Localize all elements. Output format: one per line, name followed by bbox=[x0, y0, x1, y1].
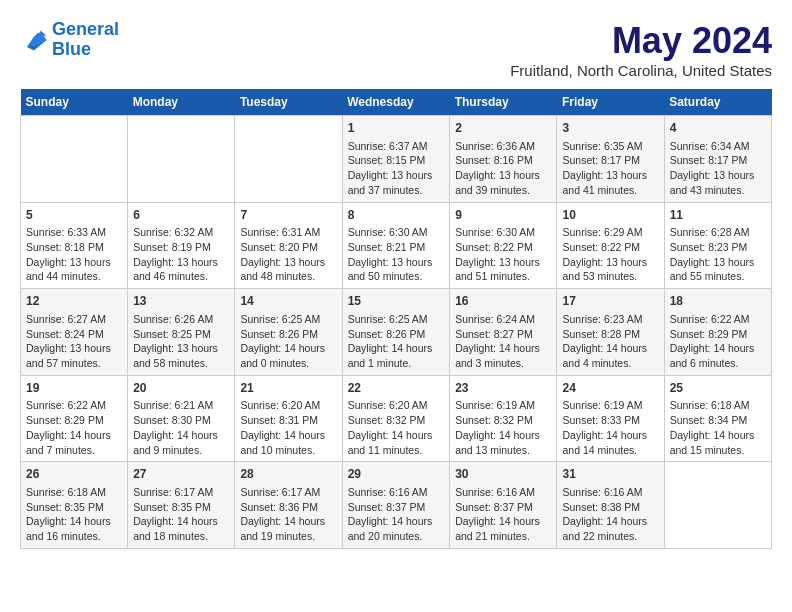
day-number: 7 bbox=[240, 207, 336, 224]
day-number: 26 bbox=[26, 466, 122, 483]
calendar-cell bbox=[235, 116, 342, 203]
calendar-cell: 1Sunrise: 6:37 AM Sunset: 8:15 PM Daylig… bbox=[342, 116, 450, 203]
calendar-cell: 11Sunrise: 6:28 AM Sunset: 8:23 PM Dayli… bbox=[664, 202, 771, 289]
calendar-cell: 26Sunrise: 6:18 AM Sunset: 8:35 PM Dayli… bbox=[21, 462, 128, 549]
day-number: 1 bbox=[348, 120, 445, 137]
calendar-cell: 6Sunrise: 6:32 AM Sunset: 8:19 PM Daylig… bbox=[128, 202, 235, 289]
calendar-subtitle: Fruitland, North Carolina, United States bbox=[510, 62, 772, 79]
day-number: 5 bbox=[26, 207, 122, 224]
calendar-cell: 8Sunrise: 6:30 AM Sunset: 8:21 PM Daylig… bbox=[342, 202, 450, 289]
calendar-cell: 27Sunrise: 6:17 AM Sunset: 8:35 PM Dayli… bbox=[128, 462, 235, 549]
day-content: Sunrise: 6:35 AM Sunset: 8:17 PM Dayligh… bbox=[562, 139, 658, 198]
weekday-header: Saturday bbox=[664, 89, 771, 116]
day-number: 27 bbox=[133, 466, 229, 483]
calendar-cell: 21Sunrise: 6:20 AM Sunset: 8:31 PM Dayli… bbox=[235, 375, 342, 462]
day-content: Sunrise: 6:24 AM Sunset: 8:27 PM Dayligh… bbox=[455, 312, 551, 371]
day-content: Sunrise: 6:27 AM Sunset: 8:24 PM Dayligh… bbox=[26, 312, 122, 371]
weekday-header: Tuesday bbox=[235, 89, 342, 116]
calendar-cell: 24Sunrise: 6:19 AM Sunset: 8:33 PM Dayli… bbox=[557, 375, 664, 462]
day-number: 12 bbox=[26, 293, 122, 310]
day-number: 18 bbox=[670, 293, 766, 310]
calendar-cell bbox=[664, 462, 771, 549]
day-content: Sunrise: 6:30 AM Sunset: 8:21 PM Dayligh… bbox=[348, 225, 445, 284]
weekday-header: Thursday bbox=[450, 89, 557, 116]
day-number: 22 bbox=[348, 380, 445, 397]
day-content: Sunrise: 6:33 AM Sunset: 8:18 PM Dayligh… bbox=[26, 225, 122, 284]
day-number: 29 bbox=[348, 466, 445, 483]
logo-text: General Blue bbox=[52, 20, 119, 60]
day-content: Sunrise: 6:18 AM Sunset: 8:34 PM Dayligh… bbox=[670, 398, 766, 457]
page-header: General Blue May 2024 Fruitland, North C… bbox=[20, 20, 772, 79]
day-content: Sunrise: 6:17 AM Sunset: 8:36 PM Dayligh… bbox=[240, 485, 336, 544]
day-number: 9 bbox=[455, 207, 551, 224]
calendar-cell: 20Sunrise: 6:21 AM Sunset: 8:30 PM Dayli… bbox=[128, 375, 235, 462]
day-number: 25 bbox=[670, 380, 766, 397]
day-content: Sunrise: 6:19 AM Sunset: 8:32 PM Dayligh… bbox=[455, 398, 551, 457]
calendar-cell: 10Sunrise: 6:29 AM Sunset: 8:22 PM Dayli… bbox=[557, 202, 664, 289]
calendar-week-row: 26Sunrise: 6:18 AM Sunset: 8:35 PM Dayli… bbox=[21, 462, 772, 549]
calendar-title: May 2024 bbox=[510, 20, 772, 62]
day-content: Sunrise: 6:31 AM Sunset: 8:20 PM Dayligh… bbox=[240, 225, 336, 284]
calendar-week-row: 12Sunrise: 6:27 AM Sunset: 8:24 PM Dayli… bbox=[21, 289, 772, 376]
calendar-week-row: 5Sunrise: 6:33 AM Sunset: 8:18 PM Daylig… bbox=[21, 202, 772, 289]
calendar-cell: 15Sunrise: 6:25 AM Sunset: 8:26 PM Dayli… bbox=[342, 289, 450, 376]
day-number: 21 bbox=[240, 380, 336, 397]
day-content: Sunrise: 6:20 AM Sunset: 8:32 PM Dayligh… bbox=[348, 398, 445, 457]
title-block: May 2024 Fruitland, North Carolina, Unit… bbox=[510, 20, 772, 79]
calendar-cell: 5Sunrise: 6:33 AM Sunset: 8:18 PM Daylig… bbox=[21, 202, 128, 289]
day-content: Sunrise: 6:20 AM Sunset: 8:31 PM Dayligh… bbox=[240, 398, 336, 457]
logo: General Blue bbox=[20, 20, 119, 60]
day-number: 14 bbox=[240, 293, 336, 310]
calendar-cell bbox=[21, 116, 128, 203]
day-content: Sunrise: 6:30 AM Sunset: 8:22 PM Dayligh… bbox=[455, 225, 551, 284]
day-number: 2 bbox=[455, 120, 551, 137]
day-number: 30 bbox=[455, 466, 551, 483]
day-content: Sunrise: 6:32 AM Sunset: 8:19 PM Dayligh… bbox=[133, 225, 229, 284]
calendar-cell: 9Sunrise: 6:30 AM Sunset: 8:22 PM Daylig… bbox=[450, 202, 557, 289]
logo-bird-icon bbox=[20, 26, 48, 54]
day-content: Sunrise: 6:22 AM Sunset: 8:29 PM Dayligh… bbox=[26, 398, 122, 457]
calendar-cell: 23Sunrise: 6:19 AM Sunset: 8:32 PM Dayli… bbox=[450, 375, 557, 462]
weekday-header: Monday bbox=[128, 89, 235, 116]
day-content: Sunrise: 6:16 AM Sunset: 8:37 PM Dayligh… bbox=[455, 485, 551, 544]
calendar-cell: 4Sunrise: 6:34 AM Sunset: 8:17 PM Daylig… bbox=[664, 116, 771, 203]
calendar-cell: 13Sunrise: 6:26 AM Sunset: 8:25 PM Dayli… bbox=[128, 289, 235, 376]
calendar-week-row: 19Sunrise: 6:22 AM Sunset: 8:29 PM Dayli… bbox=[21, 375, 772, 462]
day-content: Sunrise: 6:25 AM Sunset: 8:26 PM Dayligh… bbox=[348, 312, 445, 371]
day-content: Sunrise: 6:34 AM Sunset: 8:17 PM Dayligh… bbox=[670, 139, 766, 198]
day-content: Sunrise: 6:22 AM Sunset: 8:29 PM Dayligh… bbox=[670, 312, 766, 371]
day-number: 15 bbox=[348, 293, 445, 310]
day-number: 3 bbox=[562, 120, 658, 137]
weekday-header: Friday bbox=[557, 89, 664, 116]
calendar-header-row: SundayMondayTuesdayWednesdayThursdayFrid… bbox=[21, 89, 772, 116]
day-number: 6 bbox=[133, 207, 229, 224]
calendar-cell: 28Sunrise: 6:17 AM Sunset: 8:36 PM Dayli… bbox=[235, 462, 342, 549]
day-content: Sunrise: 6:16 AM Sunset: 8:38 PM Dayligh… bbox=[562, 485, 658, 544]
day-number: 24 bbox=[562, 380, 658, 397]
calendar-cell: 12Sunrise: 6:27 AM Sunset: 8:24 PM Dayli… bbox=[21, 289, 128, 376]
weekday-header: Wednesday bbox=[342, 89, 450, 116]
day-number: 10 bbox=[562, 207, 658, 224]
calendar-cell: 31Sunrise: 6:16 AM Sunset: 8:38 PM Dayli… bbox=[557, 462, 664, 549]
day-content: Sunrise: 6:19 AM Sunset: 8:33 PM Dayligh… bbox=[562, 398, 658, 457]
calendar-cell: 3Sunrise: 6:35 AM Sunset: 8:17 PM Daylig… bbox=[557, 116, 664, 203]
calendar-cell: 29Sunrise: 6:16 AM Sunset: 8:37 PM Dayli… bbox=[342, 462, 450, 549]
calendar-cell: 30Sunrise: 6:16 AM Sunset: 8:37 PM Dayli… bbox=[450, 462, 557, 549]
day-number: 13 bbox=[133, 293, 229, 310]
calendar-cell: 25Sunrise: 6:18 AM Sunset: 8:34 PM Dayli… bbox=[664, 375, 771, 462]
day-content: Sunrise: 6:17 AM Sunset: 8:35 PM Dayligh… bbox=[133, 485, 229, 544]
day-content: Sunrise: 6:23 AM Sunset: 8:28 PM Dayligh… bbox=[562, 312, 658, 371]
day-content: Sunrise: 6:26 AM Sunset: 8:25 PM Dayligh… bbox=[133, 312, 229, 371]
calendar-cell: 14Sunrise: 6:25 AM Sunset: 8:26 PM Dayli… bbox=[235, 289, 342, 376]
calendar-cell bbox=[128, 116, 235, 203]
day-content: Sunrise: 6:21 AM Sunset: 8:30 PM Dayligh… bbox=[133, 398, 229, 457]
day-content: Sunrise: 6:28 AM Sunset: 8:23 PM Dayligh… bbox=[670, 225, 766, 284]
day-content: Sunrise: 6:36 AM Sunset: 8:16 PM Dayligh… bbox=[455, 139, 551, 198]
day-number: 28 bbox=[240, 466, 336, 483]
calendar-cell: 18Sunrise: 6:22 AM Sunset: 8:29 PM Dayli… bbox=[664, 289, 771, 376]
calendar-cell: 2Sunrise: 6:36 AM Sunset: 8:16 PM Daylig… bbox=[450, 116, 557, 203]
day-number: 31 bbox=[562, 466, 658, 483]
calendar-cell: 7Sunrise: 6:31 AM Sunset: 8:20 PM Daylig… bbox=[235, 202, 342, 289]
calendar-cell: 16Sunrise: 6:24 AM Sunset: 8:27 PM Dayli… bbox=[450, 289, 557, 376]
calendar-table: SundayMondayTuesdayWednesdayThursdayFrid… bbox=[20, 89, 772, 549]
